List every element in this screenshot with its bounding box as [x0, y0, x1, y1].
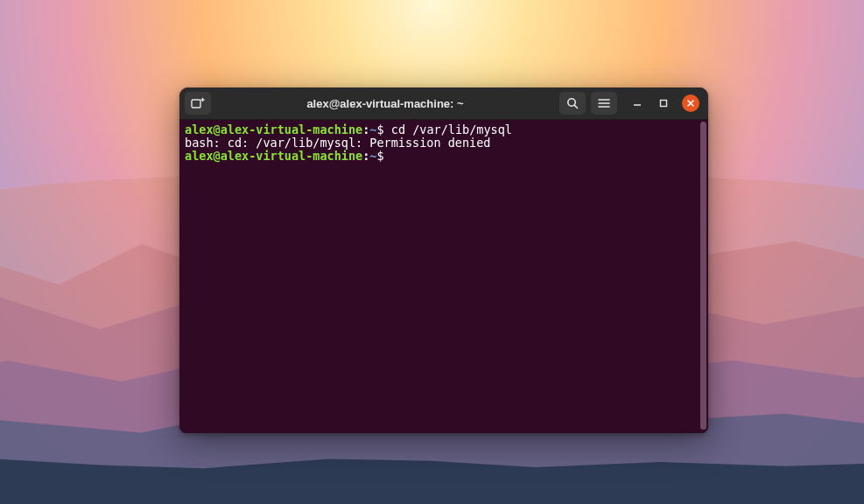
terminal-line: alex@alex-virtual-machine:~$ cd /var/lib…: [185, 123, 703, 136]
svg-rect-0: [192, 100, 200, 108]
command-text: [384, 149, 391, 163]
terminal-line: alex@alex-virtual-machine:~$: [185, 150, 703, 163]
svg-line-2: [574, 105, 577, 108]
search-icon: [566, 97, 579, 109]
window-titlebar[interactable]: alex@alex-virtual-machine: ~: [179, 88, 708, 120]
prompt-sigil: $: [376, 149, 383, 163]
close-button[interactable]: [682, 94, 699, 112]
svg-point-1: [568, 99, 575, 106]
minimize-icon: [632, 98, 643, 108]
close-icon: [686, 99, 695, 108]
scrollbar[interactable]: [700, 122, 706, 430]
minimize-button[interactable]: [629, 95, 645, 111]
prompt-user: alex@alex-virtual-machine: [185, 122, 362, 136]
svg-line-9: [688, 101, 693, 106]
output-text: bash: cd: /var/lib/mysql: Permission den…: [185, 136, 491, 150]
terminal-line: bash: cd: /var/lib/mysql: Permission den…: [185, 136, 703, 150]
search-button[interactable]: [559, 92, 586, 115]
maximize-button[interactable]: [656, 95, 671, 111]
prompt-user: alex@alex-virtual-machine: [185, 149, 362, 163]
prompt-sigil: $: [376, 122, 383, 136]
terminal-viewport[interactable]: alex@alex-virtual-machine:~$ cd /var/lib…: [179, 120, 708, 433]
new-tab-button[interactable]: [185, 92, 211, 115]
maximize-icon: [658, 98, 669, 108]
terminal-window: alex@alex-virtual-machine: ~: [179, 88, 708, 433]
hamburger-menu-button[interactable]: [591, 92, 617, 115]
svg-rect-7: [661, 101, 667, 107]
new-tab-icon: [191, 97, 205, 109]
svg-line-8: [688, 101, 693, 106]
hamburger-icon: [598, 98, 610, 108]
command-text: cd /var/lib/mysql: [384, 122, 512, 136]
window-title: alex@alex-virtual-machine: ~: [216, 97, 554, 110]
desktop-wallpaper: alex@alex-virtual-machine: ~: [0, 0, 864, 504]
